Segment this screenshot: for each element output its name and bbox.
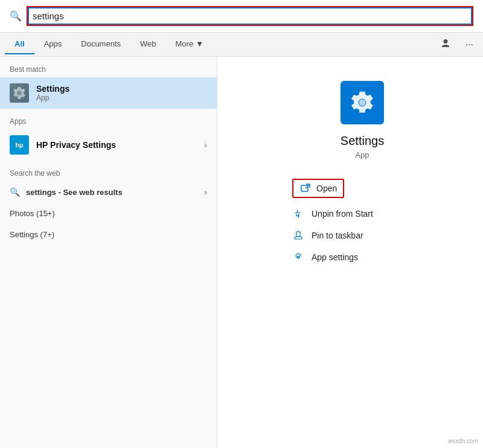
search-input[interactable] bbox=[28, 7, 472, 25]
hp-privacy-text: HP Privacy Settings bbox=[36, 140, 116, 150]
best-match-label: Best match bbox=[0, 57, 217, 77]
gear-action-svg bbox=[293, 252, 303, 262]
person-icon-btn[interactable] bbox=[435, 36, 456, 54]
open-window-icon bbox=[301, 184, 310, 193]
photos-group[interactable]: Photos (15+) bbox=[0, 203, 217, 224]
tabs-bar: All Apps Documents Web More ▼ ··· bbox=[0, 33, 483, 57]
web-search-suffix: - See web results bbox=[56, 188, 123, 197]
svg-point-1 bbox=[359, 100, 366, 106]
web-search-item[interactable]: 🔍 settings - See web results › bbox=[0, 181, 217, 203]
main-layout: Best match Settings App Apps hp HP Priva… bbox=[0, 57, 483, 448]
ellipsis-icon: ··· bbox=[465, 39, 473, 50]
hp-privacy-item[interactable]: hp HP Privacy Settings › bbox=[0, 129, 217, 161]
web-search-icon: 🔍 bbox=[10, 187, 20, 197]
person-icon bbox=[440, 38, 451, 49]
open-action-item[interactable]: Open bbox=[290, 174, 435, 203]
web-search-text: settings - See web results bbox=[26, 188, 123, 197]
tab-more[interactable]: More ▼ bbox=[166, 34, 214, 54]
app-settings-item[interactable]: App settings bbox=[290, 246, 435, 268]
tabs-actions: ··· bbox=[435, 36, 478, 54]
tab-documents[interactable]: Documents bbox=[71, 34, 130, 54]
best-match-title: Settings bbox=[36, 84, 69, 94]
web-section-label: Search the web bbox=[0, 161, 217, 181]
pin-svg bbox=[293, 231, 303, 240]
unpin-svg bbox=[293, 209, 303, 219]
right-panel: Settings App Open bbox=[217, 57, 483, 448]
hp-privacy-title: HP Privacy Settings bbox=[36, 140, 116, 150]
search-icon: 🔍 bbox=[10, 10, 22, 22]
search-bar: 🔍 bbox=[0, 0, 483, 33]
web-arrow-icon: › bbox=[204, 187, 207, 197]
web-search-query: settings bbox=[26, 188, 56, 197]
settings-group[interactable]: Settings (7+) bbox=[0, 224, 217, 245]
search-input-highlight bbox=[27, 6, 473, 26]
hp-arrow-icon: › bbox=[204, 140, 207, 150]
pin-taskbar-label: Pin to taskbar bbox=[312, 231, 363, 240]
more-label: More bbox=[176, 39, 194, 48]
hp-app-icon: hp bbox=[10, 135, 29, 155]
more-options-btn[interactable]: ··· bbox=[461, 37, 478, 53]
app-type-large: App bbox=[355, 150, 369, 159]
best-match-subtitle: App bbox=[36, 94, 69, 102]
best-match-item[interactable]: Settings App bbox=[0, 77, 217, 109]
tab-all[interactable]: All bbox=[5, 34, 34, 54]
tab-apps[interactable]: Apps bbox=[34, 34, 72, 54]
app-name-large: Settings bbox=[341, 134, 384, 148]
left-panel: Best match Settings App Apps hp HP Priva… bbox=[0, 57, 217, 448]
svg-point-0 bbox=[18, 91, 21, 95]
gear-small-svg bbox=[12, 86, 27, 100]
open-icon bbox=[299, 182, 312, 194]
app-settings-icon bbox=[292, 251, 304, 263]
open-highlight: Open bbox=[292, 179, 344, 198]
svg-rect-2 bbox=[301, 185, 308, 191]
apps-section-label: Apps bbox=[0, 109, 217, 129]
watermark: wsxdn.com bbox=[448, 438, 478, 444]
pin-taskbar-item[interactable]: Pin to taskbar bbox=[290, 225, 435, 246]
settings-app-icon-small bbox=[10, 83, 29, 103]
gear-large-svg bbox=[349, 89, 376, 116]
app-settings-label: App settings bbox=[312, 252, 358, 262]
hp-logo-text: hp bbox=[15, 141, 23, 149]
chevron-down-icon: ▼ bbox=[196, 39, 203, 48]
tab-web[interactable]: Web bbox=[130, 34, 166, 54]
unpin-icon bbox=[292, 208, 304, 220]
open-label: Open bbox=[316, 184, 337, 193]
unpin-action-item[interactable]: Unpin from Start bbox=[290, 203, 435, 225]
action-list: Open Unpin from Start bbox=[290, 174, 435, 268]
best-match-text: Settings App bbox=[36, 84, 69, 102]
settings-app-icon-large bbox=[341, 81, 384, 124]
svg-rect-3 bbox=[295, 237, 302, 239]
unpin-label: Unpin from Start bbox=[312, 209, 373, 219]
pin-taskbar-icon bbox=[292, 229, 304, 242]
